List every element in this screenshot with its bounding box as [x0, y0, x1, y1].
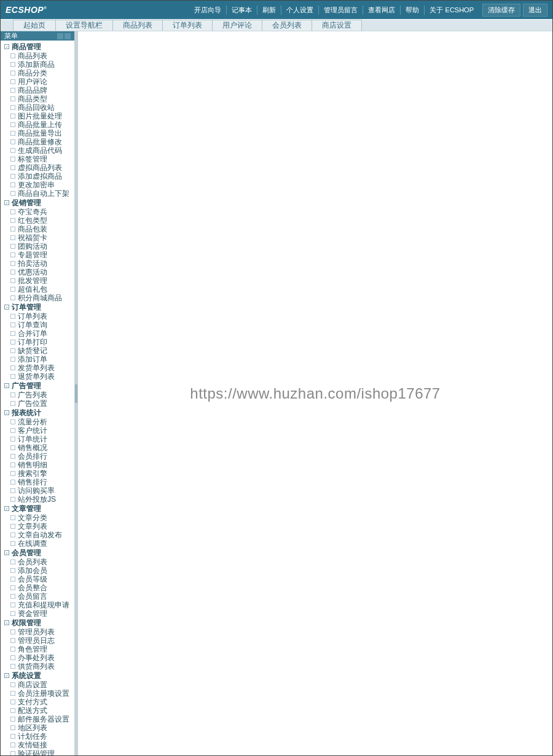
tree-item-4-6[interactable]: 搜索引擎 — [4, 469, 74, 478]
tree-item-4-0[interactable]: 流量分析 — [4, 418, 74, 426]
tree-item-0-6[interactable]: 商品回收站 — [4, 103, 74, 112]
top-link-6[interactable]: 帮助 — [401, 6, 425, 15]
tree-item-0-16[interactable]: 商品自动上下架 — [4, 189, 74, 198]
tree-item-6-4[interactable]: 会员留言 — [4, 592, 74, 601]
top-link-4[interactable]: 管理员留言 — [319, 6, 363, 15]
tree-item-4-2[interactable]: 订单统计 — [4, 435, 74, 443]
tab-3[interactable]: 订单列表 — [162, 20, 213, 31]
tree-item-2-4[interactable]: 缺货登记 — [4, 346, 74, 355]
tree-item-8-1[interactable]: 会员注册项设置 — [4, 689, 74, 698]
tree-item-2-1[interactable]: 订单查询 — [4, 321, 74, 329]
tree-item-8-6[interactable]: 计划任务 — [4, 732, 74, 741]
tree-group-6[interactable]: -会员管理 — [4, 548, 74, 558]
collapse-icon[interactable]: - — [4, 305, 9, 310]
tree-item-2-6[interactable]: 发货单列表 — [4, 364, 74, 372]
tree-item-4-8[interactable]: 访问购买率 — [4, 486, 74, 495]
collapse-icon[interactable]: - — [4, 44, 9, 49]
tree-item-0-11[interactable]: 生成商品代码 — [4, 146, 74, 155]
collapse-icon[interactable]: - — [4, 200, 9, 205]
tab-1[interactable]: 设置导航栏 — [55, 20, 113, 31]
tree-item-0-14[interactable]: 添加虚拟商品 — [4, 172, 74, 181]
tree-item-0-13[interactable]: 虚拟商品列表 — [4, 163, 74, 172]
sidebar-min-icon[interactable] — [65, 33, 71, 39]
tree-item-5-2[interactable]: 文章自动发布 — [4, 531, 74, 539]
tree-item-0-1[interactable]: 添加新商品 — [4, 60, 74, 69]
tree-item-0-5[interactable]: 商品类型 — [4, 95, 74, 103]
tree-item-1-8[interactable]: 批发管理 — [4, 276, 74, 285]
tree-item-1-2[interactable]: 商品包装 — [4, 225, 74, 233]
top-link-2[interactable]: 刷新 — [257, 6, 281, 15]
tree-item-1-7[interactable]: 优惠活动 — [4, 268, 74, 276]
tree-item-6-2[interactable]: 会员等级 — [4, 575, 74, 583]
collapse-icon[interactable]: - — [4, 673, 9, 678]
tab-2[interactable]: 商品列表 — [112, 20, 163, 31]
tree-item-8-5[interactable]: 地区列表 — [4, 723, 74, 732]
tree-group-3[interactable]: -广告管理 — [4, 381, 74, 391]
tree-group-4[interactable]: -报表统计 — [4, 408, 74, 418]
tree-item-8-0[interactable]: 商店设置 — [4, 680, 74, 689]
tree-item-4-7[interactable]: 销售排行 — [4, 478, 74, 486]
menu-tree[interactable]: -商品管理商品列表添加新商品商品分类用户评论商品品牌商品类型商品回收站图片批量处… — [1, 41, 74, 755]
tree-item-5-0[interactable]: 文章分类 — [4, 513, 74, 522]
tree-item-3-1[interactable]: 广告位置 — [4, 399, 74, 408]
tree-item-8-4[interactable]: 邮件服务器设置 — [4, 715, 74, 723]
tree-item-4-9[interactable]: 站外投放JS — [4, 495, 74, 504]
tree-item-6-0[interactable]: 会员列表 — [4, 558, 74, 566]
tree-item-6-5[interactable]: 充值和提现申请 — [4, 601, 74, 609]
top-link-0[interactable]: 开店向导 — [189, 6, 227, 15]
tree-item-1-3[interactable]: 祝福贺卡 — [4, 233, 74, 242]
tree-item-2-3[interactable]: 订单打印 — [4, 338, 74, 346]
tree-item-1-1[interactable]: 红包类型 — [4, 216, 74, 225]
tab-6[interactable]: 商店设置 — [312, 20, 362, 31]
tree-group-2[interactable]: -订单管理 — [4, 302, 74, 312]
tree-item-4-3[interactable]: 销售概况 — [4, 443, 74, 452]
tree-item-1-0[interactable]: 夺宝奇兵 — [4, 208, 74, 216]
tree-item-0-9[interactable]: 商品批量导出 — [4, 129, 74, 138]
tree-item-2-0[interactable]: 订单列表 — [4, 312, 74, 321]
tree-item-0-3[interactable]: 用户评论 — [4, 77, 74, 86]
tree-item-0-7[interactable]: 图片批量处理 — [4, 112, 74, 120]
tree-item-0-15[interactable]: 更改加密串 — [4, 181, 74, 189]
sidebar-collapse-icon[interactable] — [57, 33, 63, 39]
collapse-icon[interactable]: - — [4, 620, 9, 625]
tree-item-7-1[interactable]: 管理员日志 — [4, 636, 74, 645]
tree-group-5[interactable]: -文章管理 — [4, 504, 74, 513]
tree-item-0-10[interactable]: 商品批量修改 — [4, 138, 74, 146]
tree-item-2-7[interactable]: 退货单列表 — [4, 372, 74, 381]
tree-item-6-3[interactable]: 会员整合 — [4, 583, 74, 592]
tree-item-1-6[interactable]: 拍卖活动 — [4, 259, 74, 268]
tree-group-0[interactable]: -商品管理 — [4, 42, 74, 52]
tree-item-2-2[interactable]: 合并订单 — [4, 329, 74, 338]
tree-item-1-10[interactable]: 积分商城商品 — [4, 294, 74, 302]
top-link-7[interactable]: 关于 ECSHOP — [425, 6, 479, 15]
tree-item-7-0[interactable]: 管理员列表 — [4, 628, 74, 636]
tree-item-8-3[interactable]: 配送方式 — [4, 706, 74, 715]
top-link-3[interactable]: 个人设置 — [281, 6, 319, 15]
top-link-1[interactable]: 记事本 — [227, 6, 257, 15]
logout-button[interactable]: 退出 — [523, 4, 547, 17]
tree-item-0-12[interactable]: 标签管理 — [4, 155, 74, 163]
tree-item-6-1[interactable]: 添加会员 — [4, 566, 74, 575]
tree-item-8-7[interactable]: 友情链接 — [4, 741, 74, 749]
tree-item-2-5[interactable]: 添加订单 — [4, 355, 74, 364]
tree-item-0-8[interactable]: 商品批量上传 — [4, 120, 74, 129]
collapse-icon[interactable]: - — [4, 383, 9, 388]
collapse-icon[interactable]: - — [4, 550, 9, 555]
tab-5[interactable]: 会员列表 — [262, 20, 312, 31]
tab-0[interactable]: 起始页 — [13, 20, 56, 31]
tree-item-7-2[interactable]: 角色管理 — [4, 645, 74, 653]
tree-item-7-4[interactable]: 供货商列表 — [4, 662, 74, 671]
tree-group-8[interactable]: -系统设置 — [4, 671, 74, 680]
tree-item-6-6[interactable]: 资金管理 — [4, 609, 74, 618]
tree-item-1-9[interactable]: 超值礼包 — [4, 285, 74, 294]
tree-item-0-4[interactable]: 商品品牌 — [4, 86, 74, 95]
tab-4[interactable]: 用户评论 — [212, 20, 262, 31]
tree-item-3-0[interactable]: 广告列表 — [4, 391, 74, 399]
tree-group-7[interactable]: -权限管理 — [4, 618, 74, 628]
tree-item-1-4[interactable]: 团购活动 — [4, 242, 74, 251]
tree-item-4-1[interactable]: 客户统计 — [4, 426, 74, 435]
tree-item-0-0[interactable]: 商品列表 — [4, 52, 74, 60]
clear-cache-button[interactable]: 清除缓存 — [482, 4, 520, 17]
tree-item-5-3[interactable]: 在线调查 — [4, 539, 74, 548]
collapse-icon[interactable]: - — [4, 506, 9, 511]
